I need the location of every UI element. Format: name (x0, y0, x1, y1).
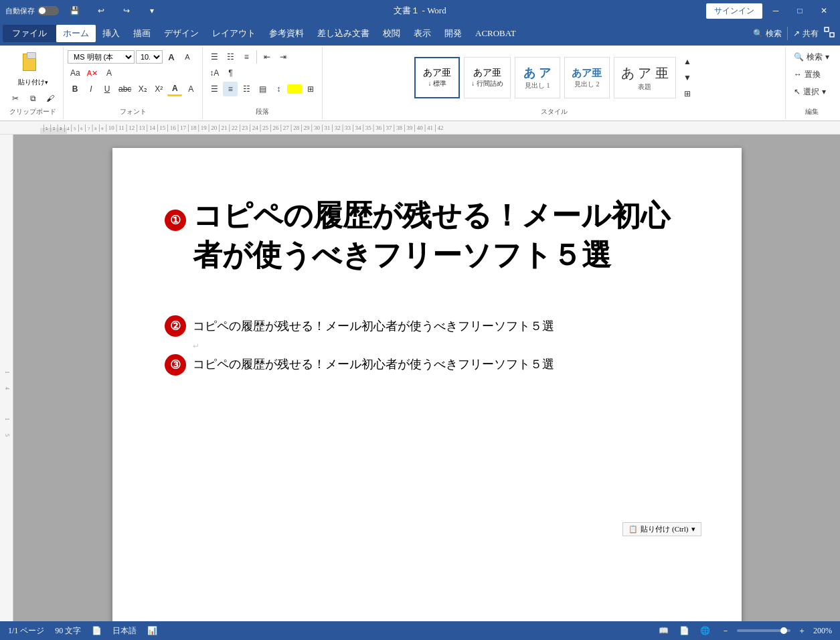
decrease-indent-button[interactable]: ⇤ (260, 50, 274, 64)
menu-layout[interactable]: レイアウト (205, 25, 262, 42)
language-label: 日本語 (112, 625, 137, 637)
zoom-thumb (780, 627, 787, 634)
edit-label: 編集 (791, 107, 832, 116)
justify-button[interactable]: ▤ (255, 82, 270, 96)
save-button[interactable]: 💾 (63, 0, 86, 21)
content-block-2: ② コピペの履歴が残せる！メール初心者が使うべきフリーソフト５選 (193, 316, 688, 337)
minimize-button[interactable]: ─ (765, 0, 786, 21)
clear-format-button[interactable]: A✕ (84, 66, 100, 80)
redo-button[interactable]: ↪ (116, 0, 137, 21)
style-heading2[interactable]: あア亜 見出し 2 (564, 57, 610, 98)
paste-popup-label: 貼り付け (Ctrl) (641, 524, 688, 534)
font-label: フォント (68, 107, 198, 116)
autosave-toggle[interactable] (37, 6, 59, 15)
align-right-button[interactable]: ☷ (239, 82, 254, 96)
menu-references[interactable]: 参考資料 (262, 25, 311, 42)
bold-button[interactable]: B (68, 82, 82, 96)
text-highlight-button[interactable]: A (102, 66, 116, 80)
sort-button[interactable]: ↕A (207, 66, 222, 80)
shading-button[interactable] (287, 84, 302, 94)
close-button[interactable]: ✕ (813, 0, 835, 21)
language-icon: 📄 (92, 626, 102, 636)
line-spacing-button[interactable]: ↕ (271, 82, 286, 96)
bullets-button[interactable]: ☰ (207, 50, 222, 64)
menu-acrobat[interactable]: ACROBAT (469, 25, 523, 42)
select-button[interactable]: ↖ 選択▾ (791, 84, 832, 99)
status-right: 📖 📄 🌐 － ＋ 200% (656, 623, 832, 638)
zoom-slider[interactable] (737, 629, 790, 632)
italic-button[interactable]: I (84, 82, 98, 96)
doc-scroll[interactable]: ① コピペの履歴が残せる！メール初心者が使うべきフリーソフト５選 ② コピペの履… (13, 135, 840, 637)
menu-mailings[interactable]: 差し込み文書 (311, 25, 376, 42)
menu-view[interactable]: 表示 (407, 25, 438, 42)
font-size-selector[interactable]: 10.5 (136, 50, 163, 64)
customize-button[interactable]: ▾ (141, 0, 163, 21)
ribbon-toolbar: 貼り付け▾ ✂ ⧉ 🖌 クリップボード MS 明朝 (本 10.5 A A Aa… (0, 46, 840, 121)
align-left-button[interactable]: ☰ (207, 82, 222, 96)
cut-button[interactable]: ✂ (8, 91, 23, 106)
paste-button[interactable]: 貼り付け▾ (15, 50, 51, 90)
styles-scroll-up[interactable]: ▲ (680, 54, 695, 69)
copy-button[interactable]: ⧉ (25, 91, 40, 106)
menu-review[interactable]: 校閲 (376, 25, 407, 42)
multilevel-list-button[interactable]: ≡ (239, 50, 254, 64)
search-button[interactable]: 🔍 検索▾ (791, 50, 832, 64)
para-mark-1: ↵ (193, 341, 688, 351)
print-layout-button[interactable]: 📄 (677, 623, 692, 638)
menu-insert[interactable]: 挿入 (96, 25, 127, 42)
restore-button[interactable]: □ (789, 0, 811, 21)
web-layout-button[interactable]: 🌐 (697, 623, 713, 638)
font-name-selector[interactable]: MS 明朝 (本 (68, 50, 135, 64)
superscript-button[interactable]: X² (151, 82, 166, 96)
style-line-spacing[interactable]: あア亜 ↓ 行間詰め (464, 57, 511, 98)
svg-rect-0 (825, 27, 829, 31)
replace-icon: ↔ (794, 70, 802, 79)
styles-expand[interactable]: ⊞ (680, 86, 695, 101)
full-screen-button[interactable] (824, 27, 837, 40)
menu-file[interactable]: ファイル (3, 25, 56, 42)
signin-button[interactable]: サインイン (706, 3, 762, 19)
share-button[interactable]: ↗ 共有 (793, 28, 819, 39)
document-page: ① コピペの履歴が残せる！メール初心者が使うべきフリーソフト５選 ② コピペの履… (112, 148, 742, 637)
heading-text[interactable]: コピペの履歴が残せる！メール初心者が使うべきフリーソフト５選 (193, 196, 688, 276)
styles-scroll-down[interactable]: ▼ (680, 70, 695, 85)
text-color-button[interactable]: A (167, 82, 182, 96)
menu-draw[interactable]: 描画 (127, 25, 157, 42)
underline-button[interactable]: U (100, 82, 114, 96)
autosave-area: 自動保存 (5, 6, 59, 16)
page-count: 1/1 ページ (8, 625, 44, 637)
read-mode-button[interactable]: 📖 (656, 623, 671, 638)
style-standard[interactable]: あア亜 ↓ 標準 (414, 57, 460, 98)
borders-button[interactable]: ⊞ (303, 82, 318, 96)
strikethrough-button[interactable]: abc (116, 82, 134, 96)
undo-button[interactable]: ↩ (90, 0, 112, 21)
doc-area: 1 2 3 4 5 6 7 8 9 10 11 12 13 14 15 ① コピ… (0, 135, 840, 637)
zoom-out-button[interactable]: － (718, 623, 733, 638)
document-status-icon: 📊 (147, 626, 157, 636)
line2-text[interactable]: コピペの履歴が残せる！メール初心者が使うべきフリーソフト５選 (193, 354, 688, 375)
text-bg-button[interactable]: A (183, 82, 198, 96)
style-title[interactable]: あ ア 亜 表題 (614, 57, 676, 98)
style-heading1[interactable]: あ ア 見出し 1 (515, 57, 560, 98)
paste-popup[interactable]: 📋 貼り付け (Ctrl) ▾ (622, 522, 701, 536)
format-painter-button[interactable]: 🖌 (43, 91, 58, 106)
font-shrink-button[interactable]: A (180, 50, 195, 64)
menu-home[interactable]: ホーム (56, 25, 96, 42)
show-marks-button[interactable]: ¶ (223, 66, 238, 80)
change-case-button[interactable]: Aa (68, 66, 83, 80)
line1-text[interactable]: コピペの履歴が残せる！メール初心者が使うべきフリーソフト５選 (193, 316, 688, 337)
zoom-control[interactable]: － ＋ 200% (718, 623, 832, 638)
paste-popup-arrow: ▾ (691, 525, 695, 534)
search-icon-tb: 🔍 (794, 52, 804, 62)
font-grow-button[interactable]: A (164, 50, 179, 64)
replace-button[interactable]: ↔ 置換 (791, 67, 832, 82)
styles-label: スタイル (327, 107, 781, 116)
content-block-3: ③ コピペの履歴が残せる！メール初心者が使うべきフリーソフト５選 (193, 354, 688, 375)
numbering-button[interactable]: ☷ (223, 50, 238, 64)
menu-design[interactable]: デザイン (157, 25, 205, 42)
align-center-button[interactable]: ≡ (223, 82, 238, 96)
menu-dev[interactable]: 開発 (438, 25, 469, 42)
subscript-button[interactable]: X₂ (135, 82, 150, 96)
zoom-in-button[interactable]: ＋ (794, 623, 809, 638)
increase-indent-button[interactable]: ⇥ (276, 50, 290, 64)
